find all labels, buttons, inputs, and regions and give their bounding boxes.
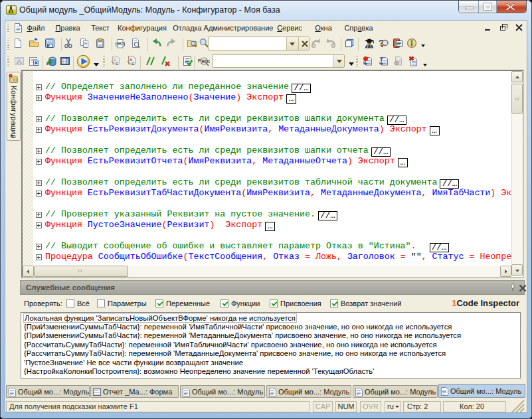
svg-text:С: С: [116, 62, 119, 66]
svg-text:?: ?: [379, 56, 383, 62]
svg-text:ROC: ROC: [202, 59, 211, 64]
svg-text:С: С: [132, 62, 135, 66]
